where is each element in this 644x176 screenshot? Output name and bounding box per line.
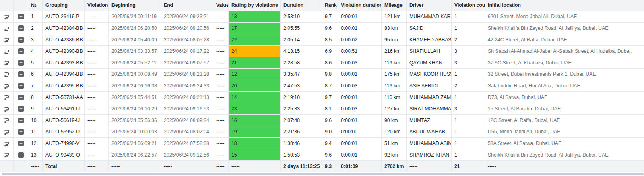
grouping-cell: AUTO-42395-BB	[43, 80, 85, 92]
beginning-cell: 2025/06/24 00:00:03	[109, 126, 161, 138]
initial-location-cell: D55, Mena Jabal Ali, Dubai, UAE	[485, 126, 644, 138]
route-icon[interactable]	[0, 11, 13, 23]
col-header-rating[interactable]: Rating by violations	[229, 0, 281, 11]
rank-cell: 9.0	[322, 126, 338, 138]
table-body: 1AUTO-26416-P-----2025/06/24 00:11:19202…	[0, 11, 644, 161]
plus-expand-icon[interactable]	[14, 149, 28, 161]
col-header-violation-duration[interactable]: Violation duration	[338, 0, 382, 11]
duration-cell: 2:05:14	[281, 34, 322, 46]
mileage-cell: 116 km	[382, 92, 407, 104]
plus-expand-icon[interactable]	[14, 57, 28, 68]
row-number: 7	[28, 80, 43, 92]
rank-cell: 9.6	[322, 149, 338, 161]
horizontal-scrollbar-thumb[interactable]	[2, 173, 644, 175]
initial-location-cell: Salahuddin Road, Hor Al Anz, Dubai, UAE	[485, 80, 644, 92]
route-icon-cell	[0, 46, 14, 57]
plus-expand-icon[interactable]	[14, 34, 28, 46]
expand-row-cell	[14, 23, 28, 34]
rank-cell: 9.8	[322, 69, 338, 81]
rank-cell: 9.6	[322, 23, 338, 34]
route-icon[interactable]	[0, 92, 13, 103]
total-route-cell	[0, 161, 14, 172]
total-duration: 2 days 11:13:25	[281, 161, 322, 172]
duration-cell: 2:25:33	[281, 103, 322, 115]
grouping-cell: AUTO-74996-V	[43, 138, 85, 149]
driver-cell: ASIF AFRIDI	[407, 80, 452, 92]
plus-expand-icon[interactable]	[14, 92, 28, 103]
route-icon[interactable]	[0, 138, 13, 149]
plus-expand-icon[interactable]	[14, 23, 28, 34]
table-row: 2AUTO-42384-BB-----2025/06/24 06:20:5020…	[0, 23, 644, 34]
expand-row-cell	[14, 103, 28, 115]
end-cell: 2025/06/24 08:23:28	[161, 69, 213, 81]
total-violation: -----	[85, 161, 109, 172]
route-icon[interactable]	[0, 115, 13, 126]
col-header-beginning[interactable]: Beginning	[109, 0, 161, 11]
route-icon[interactable]	[0, 126, 13, 138]
rating-cell: 19	[229, 126, 281, 138]
violations-report-table: № Grouping Violation Beginning End Value…	[0, 0, 644, 176]
value-cell: -----	[213, 57, 229, 69]
route-icon[interactable]	[0, 46, 13, 57]
violation-count-cell: 3	[452, 103, 485, 115]
row-number: 2	[28, 23, 43, 34]
end-cell: 2025/06/24 08:05:28	[161, 34, 213, 46]
duration-cell: 2:05:55	[281, 23, 322, 34]
route-icon[interactable]	[0, 23, 13, 34]
violation-duration-cell: 0:00:51	[338, 46, 382, 57]
total-initial-location: -----	[485, 161, 644, 172]
initial-location-cell: Sheikh Khalifa Bin Zayed Road, Al Jafili…	[485, 149, 644, 161]
table-row: 8AUTO-50731-AA-----2025/06/24 05:44:5120…	[0, 92, 644, 104]
route-icon-cell	[0, 11, 14, 23]
plus-expand-icon[interactable]	[14, 138, 28, 149]
violation-duration-cell: 0:00:02	[338, 34, 382, 46]
col-header-driver[interactable]: Driver	[407, 0, 452, 11]
plus-expand-icon[interactable]	[14, 126, 28, 138]
col-header-grouping[interactable]: Grouping	[43, 0, 85, 11]
col-header-end[interactable]: End	[161, 0, 213, 11]
col-header-violation[interactable]: Violation	[85, 0, 109, 11]
mileage-cell: 175 km	[382, 69, 407, 81]
route-icon[interactable]	[0, 149, 13, 161]
col-header-violation-count[interactable]: Violation count	[452, 0, 485, 11]
table-row: 5AUTO-42393-BB-----2025/06/24 05:52:1120…	[0, 57, 644, 69]
grouping-cell: AUTO-99439-O	[43, 149, 85, 161]
expand-row-cell	[14, 46, 28, 57]
total-mileage: 2762 km	[382, 161, 407, 172]
route-icon[interactable]	[0, 103, 13, 114]
plus-expand-icon[interactable]	[14, 69, 28, 80]
col-header-value[interactable]: Value	[213, 0, 229, 11]
initial-location-cell: 6201 Street, Mena Jabal Ali, Dubai, UAE	[485, 11, 644, 23]
plus-expand-icon[interactable]	[14, 46, 28, 57]
value-cell: -----	[213, 138, 229, 149]
plus-expand-icon[interactable]	[14, 103, 28, 114]
initial-location-cell: Sh Sabah Al-Ahmad Al-Jaber Al-Sabah Stre…	[485, 46, 644, 57]
value-cell: -----	[213, 23, 229, 34]
plus-expand-icon[interactable]	[14, 115, 28, 126]
violation-cell: -----	[85, 34, 109, 46]
total-driver: -----	[407, 161, 452, 172]
route-icon[interactable]	[0, 69, 13, 80]
route-icon[interactable]	[0, 34, 13, 46]
plus-expand-icon[interactable]	[14, 80, 28, 91]
col-header-duration[interactable]: Duration	[281, 0, 322, 11]
col-header-mileage[interactable]: Mileage	[382, 0, 407, 11]
plus-expand-icon[interactable]	[14, 11, 28, 23]
mileage-cell: 95 km	[382, 34, 407, 46]
value-cell: -----	[213, 126, 229, 138]
value-cell: -----	[213, 80, 229, 92]
route-icon[interactable]	[0, 80, 13, 91]
initial-location-cell: 42 24C Street, Al Raffa, Dubai, UAE	[485, 34, 644, 46]
row-number: 8	[28, 92, 43, 104]
col-header-number[interactable]: №	[28, 0, 43, 11]
violation-duration-cell: 0:00:03	[338, 80, 382, 92]
total-rating: -----	[229, 161, 281, 172]
violation-duration-cell: 0:00:03	[338, 103, 382, 115]
end-cell: 2025/06/24 09:20:56	[161, 23, 213, 34]
col-header-initial-location[interactable]: Initial location	[485, 0, 644, 11]
col-header-rank[interactable]: Rank	[322, 0, 338, 11]
route-icon-cell	[0, 149, 14, 161]
total-rank: 9.3	[322, 161, 338, 172]
route-icon[interactable]	[0, 57, 13, 68]
duration-cell: 2:53:10	[281, 11, 322, 23]
